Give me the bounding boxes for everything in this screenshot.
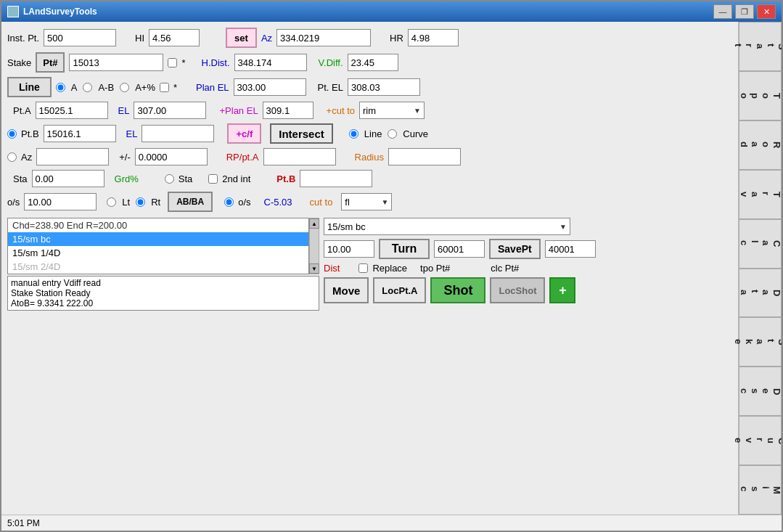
replace-label: Replace [372,263,407,274]
plus-minus-input[interactable] [135,148,208,165]
scroll-down-arrow[interactable]: ▼ [309,263,319,274]
radio-lt[interactable] [107,197,116,207]
radio-ptb[interactable] [7,129,17,139]
locshot-button[interactable]: LocShot [490,277,545,303]
sidebar-calc[interactable]: Calc [739,219,782,269]
set-button[interactable]: set [226,28,257,48]
az-row-input[interactable] [36,148,109,165]
ptb-right-input[interactable] [300,170,372,187]
hr-input[interactable] [408,29,459,46]
scroll-up-arrow[interactable]: ▲ [309,218,319,229]
pta-input[interactable] [36,102,108,119]
radio-line[interactable] [349,129,358,139]
row-pta: Pt.A EL +Plan EL +cut to rim ▼ [7,102,732,119]
savept-pt-input[interactable] [434,240,485,258]
move-button[interactable]: Move [324,277,369,303]
radio-line-label: Line [364,128,382,139]
lt-rt-group: Lt Rt [107,197,160,208]
radio-ab-label: A-B [98,82,114,93]
plus-button[interactable]: + [549,277,575,303]
plus-cf-button[interactable]: +c/f [227,123,261,144]
line-button[interactable]: Line [7,77,52,97]
second-int-check[interactable] [208,174,218,184]
cut-to-row-dropdown[interactable]: fl ▼ [341,193,392,210]
restore-button[interactable]: ❐ [735,4,754,19]
hi-input[interactable] [149,29,200,46]
listbox-item[interactable]: 15/sm bc [8,232,308,246]
sidebar-road[interactable]: Road [739,120,782,170]
bottom-dropdown[interactable]: 15/sm bc ▼ [324,218,570,235]
radius-input[interactable] [388,148,461,165]
close-button[interactable]: ✕ [757,4,776,19]
row-os: o/s Lt Rt AB/BA o/s C-5.03 cut to fl ▼ [7,192,732,212]
locpta-button[interactable]: LocPt.A [373,277,426,303]
radio-sta[interactable] [165,174,174,184]
taskbar: 5:01 PM [1,515,782,531]
listbox-item[interactable]: 15/sm 2/4D [8,260,308,274]
pt-el-input[interactable] [348,78,420,96]
turn-button[interactable]: Turn [379,239,430,259]
ptb-el-input[interactable] [142,125,214,142]
stake-input[interactable] [69,54,163,71]
status-line-3: AtoB= 9.3341 222.00 [11,298,316,308]
sidebar-stake[interactable]: Stake [739,317,782,367]
replace-checkbox[interactable] [358,263,368,273]
sidebar-topo[interactable]: Topo [739,71,782,120]
listbox-scrollbar[interactable]: ▲ ▼ [309,218,319,274]
line-checkbox[interactable] [160,83,169,92]
abba-button[interactable]: AB/BA [168,192,213,212]
sidebar-curve[interactable]: Curve [739,416,782,465]
inst-pt-input[interactable] [44,29,116,46]
listbox: Chd=238.90 End R=200.00 15/sm bc 15/sm 1… [7,218,309,274]
grd-pct-label: Grd% [115,173,139,184]
plan-el-label: Plan EL [196,82,229,93]
ptnum-button[interactable]: Pt# [36,52,65,73]
cut-to-dropdown[interactable]: rim ▼ [359,102,425,119]
shot-button[interactable]: Shot [430,277,485,303]
row-turn: Turn SavePt [324,239,732,259]
listbox-item[interactable]: 15/sm 1/4D [8,246,308,260]
radio-curve[interactable] [388,129,397,139]
savept-pt2-input[interactable] [545,240,596,258]
os-input[interactable] [24,193,97,210]
vdiff-input[interactable] [348,54,398,71]
sidebar-data-label: Data [739,290,782,296]
plus-plan-el-input[interactable] [263,102,313,119]
pt-el-label: Pt. EL [318,82,343,93]
savept-button[interactable]: SavePt [489,239,541,259]
pta-label: Pt.A [13,105,31,116]
radio-a[interactable] [56,83,65,92]
window-title: LAndSurveyTools [23,7,97,17]
turn-input[interactable] [324,240,374,258]
rp-pta-input[interactable] [263,148,336,165]
sidebar-data[interactable]: Data [739,269,782,318]
radio-az[interactable] [7,152,17,162]
sidebar-desc[interactable]: Desc [739,367,782,416]
row-ptb: Pt.B EL +c/f Intersect Line Curve [7,123,732,144]
hdist-input[interactable] [234,54,307,71]
ptb-input[interactable] [44,125,116,142]
ptb-right-label: Pt.B [276,173,295,184]
radio-rt[interactable] [136,197,145,207]
sidebar-misc[interactable]: Misc [739,465,782,515]
sidebar-trav[interactable]: Trav [739,170,782,219]
pta-el-input[interactable] [134,102,206,119]
right-sidebar: Start Topo Road Trav Calc Data Stake Des… [738,22,782,515]
radio-apct[interactable] [120,83,129,92]
sta-input[interactable] [32,170,104,187]
minimize-button[interactable]: — [713,4,732,19]
stake-checkbox[interactable] [168,58,177,67]
radio-ab[interactable] [83,83,92,92]
intersect-button[interactable]: Intersect [270,123,333,144]
hr-label: HR [390,33,403,44]
sidebar-trav-label: Trav [739,192,782,197]
radio-os[interactable] [224,197,234,207]
plan-el-input[interactable] [234,78,306,96]
radio-curve-label: Curve [403,128,428,139]
sidebar-start[interactable]: Start [739,22,782,71]
dist-label: Dist [324,263,340,274]
az-input[interactable] [276,29,371,46]
rp-pta-label: RP/pt.A [226,152,259,163]
bottom-area: Chd=238.90 End R=200.00 15/sm bc 15/sm 1… [7,218,732,311]
row-az: Az +/- RP/pt.A Radius [7,148,732,165]
